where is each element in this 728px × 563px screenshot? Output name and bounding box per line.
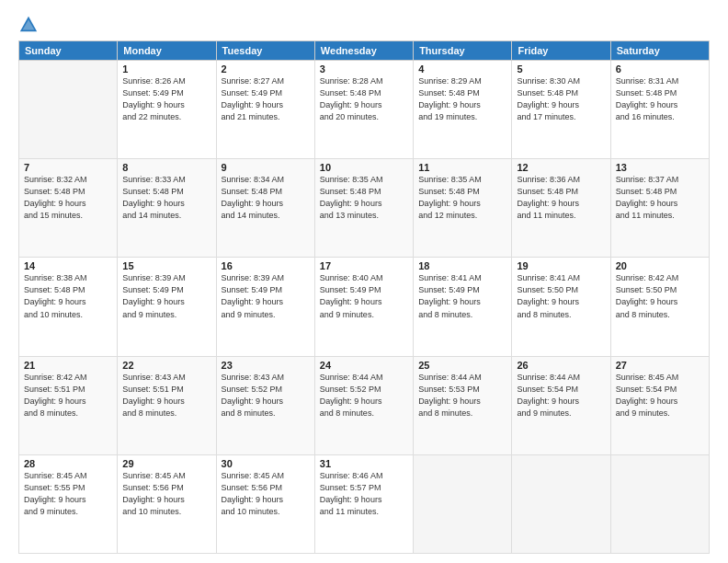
calendar-cell: 24Sunrise: 8:44 AMSunset: 5:52 PMDayligh… [314, 356, 413, 454]
day-info: Sunrise: 8:45 AMSunset: 5:55 PMDaylight:… [24, 470, 112, 518]
day-number: 30 [222, 458, 310, 469]
day-info: Sunrise: 8:31 AMSunset: 5:48 PMDaylight:… [616, 75, 704, 123]
weekday-header: Thursday [414, 41, 512, 61]
day-number: 10 [320, 162, 408, 173]
day-number: 27 [616, 360, 704, 371]
calendar-cell: 7Sunrise: 8:32 AMSunset: 5:48 PMDaylight… [19, 159, 118, 258]
calendar-cell: 18Sunrise: 8:41 AMSunset: 5:49 PMDayligh… [414, 258, 512, 356]
day-info: Sunrise: 8:27 AMSunset: 5:49 PMDaylight:… [222, 75, 310, 123]
day-info: Sunrise: 8:37 AMSunset: 5:48 PMDaylight:… [616, 174, 704, 222]
day-info: Sunrise: 8:30 AMSunset: 5:48 PMDaylight:… [517, 75, 605, 123]
day-info: Sunrise: 8:32 AMSunset: 5:48 PMDaylight:… [24, 174, 112, 222]
calendar-cell: 25Sunrise: 8:44 AMSunset: 5:53 PMDayligh… [414, 356, 512, 454]
calendar-cell: 12Sunrise: 8:36 AMSunset: 5:48 PMDayligh… [512, 159, 610, 258]
day-number: 29 [122, 458, 210, 469]
day-info: Sunrise: 8:44 AMSunset: 5:54 PMDaylight:… [517, 372, 605, 419]
day-info: Sunrise: 8:33 AMSunset: 5:48 PMDaylight:… [122, 174, 210, 222]
day-number: 2 [222, 63, 310, 75]
calendar-cell: 28Sunrise: 8:45 AMSunset: 5:55 PMDayligh… [19, 454, 118, 553]
calendar-cell: 27Sunrise: 8:45 AMSunset: 5:54 PMDayligh… [610, 356, 709, 454]
day-number: 14 [24, 260, 112, 271]
calendar-cell: 29Sunrise: 8:45 AMSunset: 5:56 PMDayligh… [118, 454, 216, 553]
day-number: 8 [122, 162, 210, 173]
calendar-week-row: 1Sunrise: 8:26 AMSunset: 5:49 PMDaylight… [19, 61, 710, 159]
calendar-cell: 9Sunrise: 8:34 AMSunset: 5:48 PMDaylight… [216, 159, 314, 258]
calendar-cell: 10Sunrise: 8:35 AMSunset: 5:48 PMDayligh… [314, 159, 413, 258]
calendar-cell: 6Sunrise: 8:31 AMSunset: 5:48 PMDaylight… [610, 61, 709, 159]
calendar-body: 1Sunrise: 8:26 AMSunset: 5:49 PMDaylight… [19, 61, 710, 554]
day-info: Sunrise: 8:35 AMSunset: 5:48 PMDaylight:… [320, 174, 408, 222]
day-number: 16 [222, 260, 310, 271]
day-info: Sunrise: 8:26 AMSunset: 5:49 PMDaylight:… [122, 75, 210, 123]
weekday-header: Saturday [610, 41, 709, 61]
day-info: Sunrise: 8:44 AMSunset: 5:53 PMDaylight:… [418, 372, 506, 419]
day-number: 22 [122, 360, 210, 371]
weekday-header: Tuesday [216, 41, 314, 61]
calendar-cell: 16Sunrise: 8:39 AMSunset: 5:49 PMDayligh… [216, 258, 314, 356]
calendar-cell: 23Sunrise: 8:43 AMSunset: 5:52 PMDayligh… [216, 356, 314, 454]
day-number: 11 [418, 162, 506, 173]
calendar-cell: 30Sunrise: 8:45 AMSunset: 5:56 PMDayligh… [216, 454, 314, 553]
day-info: Sunrise: 8:43 AMSunset: 5:52 PMDaylight:… [222, 372, 310, 419]
day-info: Sunrise: 8:45 AMSunset: 5:56 PMDaylight:… [222, 470, 310, 518]
calendar-cell: 5Sunrise: 8:30 AMSunset: 5:48 PMDaylight… [512, 61, 610, 159]
day-number: 3 [320, 63, 408, 75]
calendar-week-row: 14Sunrise: 8:38 AMSunset: 5:48 PMDayligh… [19, 258, 710, 356]
day-info: Sunrise: 8:28 AMSunset: 5:48 PMDaylight:… [320, 75, 408, 123]
day-number: 23 [222, 360, 310, 371]
calendar-cell: 2Sunrise: 8:27 AMSunset: 5:49 PMDaylight… [216, 61, 314, 159]
calendar-cell [19, 61, 118, 159]
calendar-cell [610, 454, 709, 553]
header [18, 15, 710, 35]
logo [18, 15, 40, 35]
calendar-cell: 1Sunrise: 8:26 AMSunset: 5:49 PMDaylight… [118, 61, 216, 159]
day-info: Sunrise: 8:45 AMSunset: 5:56 PMDaylight:… [122, 470, 210, 518]
calendar-table: SundayMondayTuesdayWednesdayThursdayFrid… [18, 40, 710, 554]
weekday-header: Wednesday [314, 41, 413, 61]
day-info: Sunrise: 8:35 AMSunset: 5:48 PMDaylight:… [418, 174, 506, 222]
calendar-cell: 4Sunrise: 8:29 AMSunset: 5:48 PMDaylight… [414, 61, 512, 159]
day-info: Sunrise: 8:34 AMSunset: 5:48 PMDaylight:… [222, 174, 310, 222]
day-number: 31 [320, 458, 408, 469]
weekday-header: Monday [118, 41, 216, 61]
page: SundayMondayTuesdayWednesdayThursdayFrid… [0, 0, 728, 563]
calendar-cell: 11Sunrise: 8:35 AMSunset: 5:48 PMDayligh… [414, 159, 512, 258]
calendar-week-row: 28Sunrise: 8:45 AMSunset: 5:55 PMDayligh… [19, 454, 710, 553]
calendar-cell: 17Sunrise: 8:40 AMSunset: 5:49 PMDayligh… [314, 258, 413, 356]
day-number: 9 [222, 162, 310, 173]
day-number: 18 [418, 260, 506, 271]
day-info: Sunrise: 8:42 AMSunset: 5:50 PMDaylight:… [616, 272, 704, 320]
day-number: 24 [320, 360, 408, 371]
calendar-week-row: 7Sunrise: 8:32 AMSunset: 5:48 PMDaylight… [19, 159, 710, 258]
day-info: Sunrise: 8:44 AMSunset: 5:52 PMDaylight:… [320, 372, 408, 419]
day-info: Sunrise: 8:42 AMSunset: 5:51 PMDaylight:… [24, 372, 112, 419]
day-number: 15 [122, 260, 210, 271]
day-number: 20 [616, 260, 704, 271]
day-info: Sunrise: 8:45 AMSunset: 5:54 PMDaylight:… [616, 372, 704, 419]
weekday-row: SundayMondayTuesdayWednesdayThursdayFrid… [19, 41, 710, 61]
calendar-cell [414, 454, 512, 553]
day-number: 12 [517, 162, 605, 173]
day-number: 1 [122, 63, 210, 75]
day-info: Sunrise: 8:43 AMSunset: 5:51 PMDaylight:… [122, 372, 210, 419]
calendar-cell: 21Sunrise: 8:42 AMSunset: 5:51 PMDayligh… [19, 356, 118, 454]
day-number: 26 [517, 360, 605, 371]
day-number: 21 [24, 360, 112, 371]
day-info: Sunrise: 8:36 AMSunset: 5:48 PMDaylight:… [517, 174, 605, 222]
calendar-cell: 3Sunrise: 8:28 AMSunset: 5:48 PMDaylight… [314, 61, 413, 159]
logo-icon [18, 15, 39, 35]
calendar-cell [512, 454, 610, 553]
day-info: Sunrise: 8:41 AMSunset: 5:49 PMDaylight:… [418, 272, 506, 320]
calendar-cell: 26Sunrise: 8:44 AMSunset: 5:54 PMDayligh… [512, 356, 610, 454]
day-number: 5 [517, 63, 605, 75]
calendar-cell: 22Sunrise: 8:43 AMSunset: 5:51 PMDayligh… [118, 356, 216, 454]
day-number: 4 [418, 63, 506, 75]
day-info: Sunrise: 8:38 AMSunset: 5:48 PMDaylight:… [24, 272, 112, 320]
day-info: Sunrise: 8:40 AMSunset: 5:49 PMDaylight:… [320, 272, 408, 320]
calendar-header: SundayMondayTuesdayWednesdayThursdayFrid… [19, 41, 710, 61]
day-number: 17 [320, 260, 408, 271]
day-number: 6 [616, 63, 704, 75]
day-number: 28 [24, 458, 112, 469]
weekday-header: Friday [512, 41, 610, 61]
day-number: 7 [24, 162, 112, 173]
